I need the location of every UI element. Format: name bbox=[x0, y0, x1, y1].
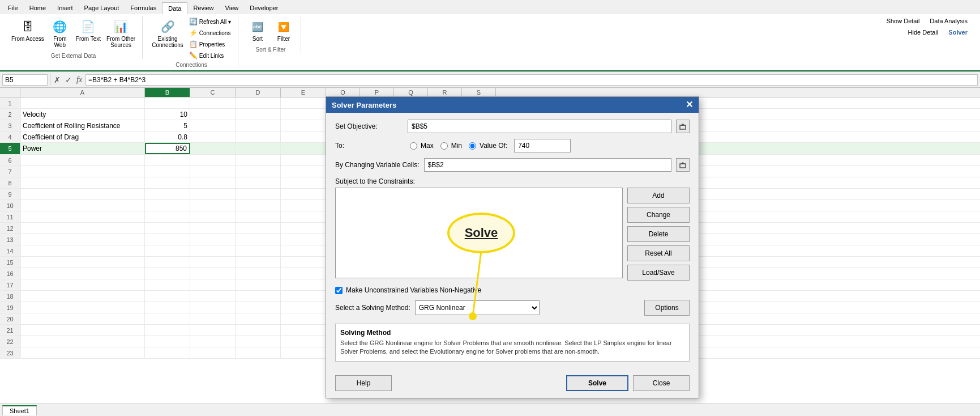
cell-row8-2[interactable] bbox=[190, 177, 236, 188]
cell-B1[interactable] bbox=[145, 97, 190, 108]
cell-row9-1[interactable] bbox=[145, 189, 190, 199]
cell-row20-0[interactable] bbox=[20, 313, 145, 324]
col-header-E[interactable]: E bbox=[281, 88, 326, 97]
cell-row14-4[interactable] bbox=[281, 245, 326, 256]
changing-cells-expand-button[interactable] bbox=[676, 158, 690, 172]
constraints-list[interactable] bbox=[335, 188, 623, 278]
from-access-button[interactable]: 🗄 From Access bbox=[9, 16, 46, 49]
col-header-C[interactable]: C bbox=[190, 88, 236, 97]
set-objective-expand-button[interactable] bbox=[676, 120, 690, 133]
hide-detail-button[interactable]: Hide Detail bbox=[905, 28, 942, 37]
cell-row13-1[interactable] bbox=[145, 234, 190, 245]
tab-file[interactable]: File bbox=[2, 2, 24, 14]
cell-B2[interactable]: 10 bbox=[145, 109, 190, 120]
tab-developer[interactable]: Developer bbox=[244, 2, 284, 14]
cell-row22-1[interactable] bbox=[145, 336, 190, 347]
cell-row8-4[interactable] bbox=[281, 177, 326, 188]
cell-row9-2[interactable] bbox=[190, 189, 236, 199]
cell-row18-0[interactable] bbox=[20, 291, 145, 302]
cell-C4[interactable] bbox=[190, 131, 236, 142]
cell-row15-2[interactable] bbox=[190, 257, 236, 268]
cell-row8-3[interactable] bbox=[236, 177, 281, 188]
solve-button[interactable]: Solve bbox=[566, 375, 628, 391]
cell-row11-3[interactable] bbox=[236, 211, 281, 222]
cell-row12-2[interactable] bbox=[190, 223, 236, 234]
cell-row18-4[interactable] bbox=[281, 291, 326, 302]
tab-insert[interactable]: Insert bbox=[52, 2, 79, 14]
cell-row6-0[interactable] bbox=[20, 155, 145, 165]
cell-row12-1[interactable] bbox=[145, 223, 190, 234]
cell-A5[interactable]: Power bbox=[20, 143, 145, 154]
cell-row16-4[interactable] bbox=[281, 268, 326, 279]
col-header-D[interactable]: D bbox=[236, 88, 281, 97]
cell-row10-4[interactable] bbox=[281, 200, 326, 211]
cell-row10-3[interactable] bbox=[236, 200, 281, 211]
cell-row13-2[interactable] bbox=[190, 234, 236, 245]
tab-formulas[interactable]: Formulas bbox=[125, 2, 162, 14]
filter-button[interactable]: 🔽 Filter bbox=[271, 16, 296, 43]
load-save-button[interactable]: Load/Save bbox=[627, 265, 690, 281]
cell-row18-1[interactable] bbox=[145, 291, 190, 302]
cell-E3[interactable] bbox=[281, 120, 326, 131]
cell-D1[interactable] bbox=[236, 97, 281, 108]
cell-row9-0[interactable] bbox=[20, 189, 145, 199]
sort-az-button[interactable]: 🔤 Sort bbox=[245, 16, 270, 43]
cell-row16-0[interactable] bbox=[20, 268, 145, 279]
cell-E2[interactable] bbox=[281, 109, 326, 120]
help-button[interactable]: Help bbox=[335, 375, 392, 391]
cell-row20-2[interactable] bbox=[190, 313, 236, 324]
cell-C2[interactable] bbox=[190, 109, 236, 120]
col-header-A[interactable]: A bbox=[20, 88, 145, 97]
cell-row11-2[interactable] bbox=[190, 211, 236, 222]
cell-row11-4[interactable] bbox=[281, 211, 326, 222]
cell-row13-0[interactable] bbox=[20, 234, 145, 245]
cell-row21-1[interactable] bbox=[145, 325, 190, 336]
cell-C1[interactable] bbox=[190, 97, 236, 108]
cell-E1[interactable] bbox=[281, 97, 326, 108]
cell-C5[interactable] bbox=[190, 143, 236, 154]
from-other-sources-button[interactable]: 📊 From OtherSources bbox=[104, 16, 138, 49]
formula-input[interactable]: =B3*B2 + B4*B2^3 bbox=[85, 74, 978, 86]
cell-E5[interactable] bbox=[281, 143, 326, 154]
col-header-R[interactable]: R bbox=[428, 88, 462, 97]
cell-row23-4[interactable] bbox=[281, 347, 326, 358]
cell-row22-0[interactable] bbox=[20, 336, 145, 347]
cell-row19-0[interactable] bbox=[20, 302, 145, 313]
show-detail-button[interactable]: Show Detail bbox=[883, 16, 923, 26]
cell-row14-2[interactable] bbox=[190, 245, 236, 256]
sheet-tab-1[interactable]: Sheet1 bbox=[2, 405, 37, 415]
cell-row15-3[interactable] bbox=[236, 257, 281, 268]
cell-row22-3[interactable] bbox=[236, 336, 281, 347]
cell-row22-2[interactable] bbox=[190, 336, 236, 347]
connections-button[interactable]: ⚡ Connections bbox=[187, 28, 233, 38]
changing-cells-input[interactable]: $B$2 bbox=[424, 158, 671, 172]
cell-row14-0[interactable] bbox=[20, 245, 145, 256]
cell-row6-3[interactable] bbox=[236, 155, 281, 165]
cancel-icon[interactable]: ✗ bbox=[53, 75, 62, 84]
cell-row21-4[interactable] bbox=[281, 325, 326, 336]
cell-row19-3[interactable] bbox=[236, 302, 281, 313]
cell-row20-3[interactable] bbox=[236, 313, 281, 324]
cell-row8-1[interactable] bbox=[145, 177, 190, 188]
cell-row17-2[interactable] bbox=[190, 279, 236, 290]
cell-row10-1[interactable] bbox=[145, 200, 190, 211]
cell-row17-3[interactable] bbox=[236, 279, 281, 290]
reset-all-button[interactable]: Reset All bbox=[627, 245, 690, 261]
cell-row14-1[interactable] bbox=[145, 245, 190, 256]
cell-row9-4[interactable] bbox=[281, 189, 326, 199]
cell-row23-0[interactable] bbox=[20, 347, 145, 358]
col-header-Q[interactable]: Q bbox=[394, 88, 428, 97]
from-web-button[interactable]: 🌐 FromWeb bbox=[48, 16, 72, 49]
cell-row23-3[interactable] bbox=[236, 347, 281, 358]
solving-method-select[interactable]: GRG Nonlinear Simplex LP Evolutionary bbox=[415, 300, 540, 315]
cell-row7-1[interactable] bbox=[145, 166, 190, 177]
properties-button[interactable]: 📋 Properties bbox=[187, 39, 233, 49]
cell-row12-0[interactable] bbox=[20, 223, 145, 234]
cell-row19-4[interactable] bbox=[281, 302, 326, 313]
cell-row21-2[interactable] bbox=[190, 325, 236, 336]
cell-C3[interactable] bbox=[190, 120, 236, 131]
set-objective-input[interactable]: $B$5 bbox=[408, 120, 671, 133]
radio-value-input[interactable] bbox=[469, 142, 476, 150]
cell-row15-0[interactable] bbox=[20, 257, 145, 268]
cell-row12-3[interactable] bbox=[236, 223, 281, 234]
